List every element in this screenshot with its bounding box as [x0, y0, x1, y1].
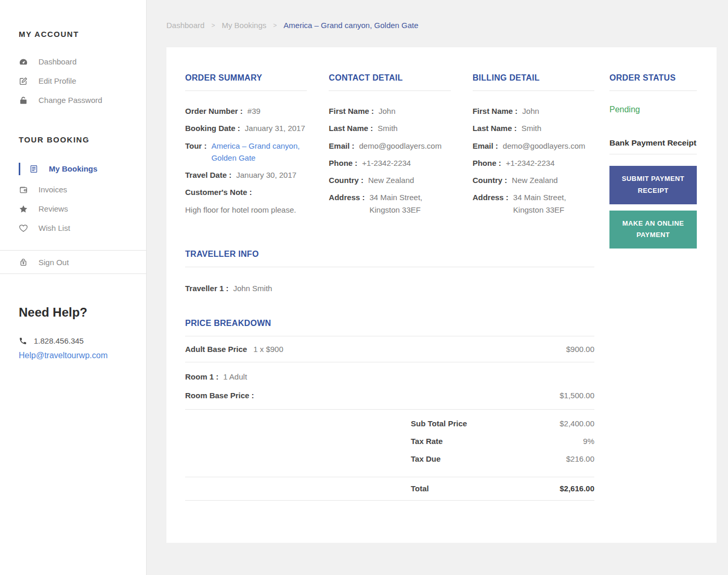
field-value: demo@goodlayers.com: [503, 140, 586, 152]
heart-icon: [19, 224, 28, 233]
unlock-icon: [19, 257, 28, 267]
field-label: Tour :: [185, 140, 206, 164]
total-value: $2,616.00: [560, 484, 594, 493]
contact-detail-section: CONTACT DETAIL First Name :John Last Nam…: [329, 73, 450, 221]
star-icon: [19, 204, 28, 214]
breadcrumb-dashboard[interactable]: Dashboard: [166, 21, 204, 30]
field-label: Last Name :: [473, 122, 517, 134]
customer-note-text: High floor for hotel room please.: [185, 204, 307, 216]
field-value: Smith: [378, 122, 397, 134]
field-label: Address :: [329, 191, 365, 216]
room-value: 1 Adult: [223, 371, 247, 383]
active-indicator-bar: [19, 163, 20, 175]
sidebar-item-label: Sign Out: [38, 258, 69, 267]
bank-payment-receipt-label: Bank Payment Receipt: [609, 138, 697, 148]
sidebar-item-edit-profile[interactable]: Edit Profile: [0, 71, 146, 90]
price-row-label: Adult Base Price: [185, 345, 247, 354]
sidebar-item-wish-list[interactable]: Wish List: [0, 218, 146, 238]
sidebar-item-reviews[interactable]: Reviews: [0, 199, 146, 218]
subtotal-value: $2,400.00: [560, 419, 594, 428]
traveller-info-section: TRAVELLER INFO Traveller 1 :John Smith: [185, 250, 594, 294]
field-label: Email :: [473, 140, 498, 152]
breadcrumb: Dashboard > My Bookings > America – Gran…: [166, 21, 728, 30]
sidebar-item-change-password[interactable]: Change Password: [0, 90, 146, 110]
field-label: First Name :: [473, 105, 518, 117]
room-base-price-label: Room Base Price :: [185, 389, 254, 401]
breadcrumb-my-bookings[interactable]: My Bookings: [222, 21, 266, 30]
field-value: John: [379, 105, 396, 117]
chevron-right-icon: >: [211, 22, 215, 29]
field-value: New Zealand: [512, 174, 557, 186]
billing-detail-section: BILLING DETAIL First Name :John Last Nam…: [473, 73, 594, 221]
my-account-heading: MY ACCOUNT: [0, 30, 146, 38]
help-phone-number: 1.828.456.345: [34, 336, 84, 345]
field-value: 34 Main Street, Kingston 33EF: [513, 191, 594, 216]
lock-icon: [19, 96, 28, 105]
sidebar-item-label: Change Password: [38, 96, 102, 104]
tour-link[interactable]: America – Grand canyon, Golden Gate: [211, 140, 307, 164]
field-label: Phone :: [329, 157, 357, 169]
wallet-icon: [19, 185, 28, 194]
need-help-section: Need Help? 1.828.456.345 Help@traveltour…: [0, 305, 146, 360]
field-value: Smith: [522, 122, 541, 134]
price-row-qty: 1 x $900: [253, 345, 283, 354]
section-divider: [473, 90, 594, 91]
field-label: Travel Date :: [185, 169, 231, 181]
travel-date-value: January 30, 2017: [236, 169, 296, 181]
section-divider: [185, 267, 594, 267]
totals-block: Sub Total Price$2,400.00 Tax Rate9% Tax …: [185, 410, 594, 477]
make-online-payment-button[interactable]: MAKE AN ONLINE PAYMENT: [609, 211, 697, 249]
sidebar-item-label: Reviews: [38, 204, 68, 213]
tour-booking-heading: TOUR BOOKING: [0, 135, 146, 144]
field-label: Last Name :: [329, 122, 373, 134]
tax-due-value: $216.00: [566, 454, 594, 463]
booking-detail-card: ORDER SUMMARY Order Number :#39 Booking …: [166, 47, 717, 543]
field-label: Address :: [473, 191, 509, 216]
field-label: Email :: [329, 140, 354, 152]
price-row-amount: $900.00: [566, 345, 594, 354]
sidebar-item-invoices[interactable]: Invoices: [0, 180, 146, 199]
room-base-price-amount: $1,500.00: [560, 389, 594, 401]
sidebar-item-label: Invoices: [38, 185, 67, 194]
row-divider: [185, 500, 594, 501]
subtotal-label: Sub Total Price: [411, 419, 467, 428]
traveller-name-value: John Smith: [233, 282, 272, 294]
field-value: +1-2342-2234: [362, 157, 411, 169]
tax-rate-label: Tax Rate: [411, 437, 443, 446]
status-badge: Pending: [609, 105, 697, 114]
field-label: Phone :: [473, 157, 501, 169]
order-summary-section: ORDER SUMMARY Order Number :#39 Booking …: [185, 73, 307, 221]
field-label: Booking Date :: [185, 122, 240, 134]
sidebar-item-sign-out[interactable]: Sign Out: [0, 251, 146, 273]
bookings-icon: [29, 164, 38, 174]
field-label: Traveller 1 :: [185, 282, 228, 294]
field-value: John: [522, 105, 539, 117]
room-block: Room 1 :1 Adult Room Base Price :$1,500.…: [185, 362, 594, 409]
price-breakdown-section: PRICE BREAKDOWN Adult Base Price 1 x $90…: [185, 319, 594, 501]
chevron-right-icon: >: [273, 22, 277, 29]
dashboard-icon: [19, 57, 28, 67]
field-value: New Zealand: [368, 174, 414, 186]
phone-icon: [19, 337, 27, 345]
field-label: First Name :: [329, 105, 374, 117]
sidebar-item-label: My Bookings: [49, 164, 97, 173]
help-email-link[interactable]: Help@traveltourwp.com: [19, 351, 108, 360]
sidebar-item-dashboard[interactable]: Dashboard: [0, 52, 146, 71]
field-value: demo@goodlayers.com: [359, 140, 442, 152]
room-label: Room 1 :: [185, 371, 218, 383]
submit-payment-receipt-button[interactable]: SUBMIT PAYMENT RECEIPT: [609, 166, 697, 204]
breadcrumb-current: America – Grand canyon, Golden Gate: [283, 21, 418, 30]
field-label: Country :: [473, 174, 508, 186]
help-phone-row: 1.828.456.345: [19, 336, 146, 345]
tax-due-label: Tax Due: [411, 454, 440, 463]
sidebar-item-label: Dashboard: [38, 57, 76, 66]
section-title: CONTACT DETAIL: [329, 73, 450, 83]
field-label: Customer's Note :: [185, 186, 252, 198]
field-label: Country :: [329, 174, 363, 186]
order-number-value: #39: [248, 105, 261, 117]
sidebar-divider: [0, 273, 146, 274]
section-divider: [185, 90, 307, 91]
sidebar-item-my-bookings[interactable]: My Bookings: [0, 158, 146, 180]
edit-icon: [19, 76, 28, 86]
field-value: 34 Main Street, Kingston 33EF: [370, 191, 451, 216]
